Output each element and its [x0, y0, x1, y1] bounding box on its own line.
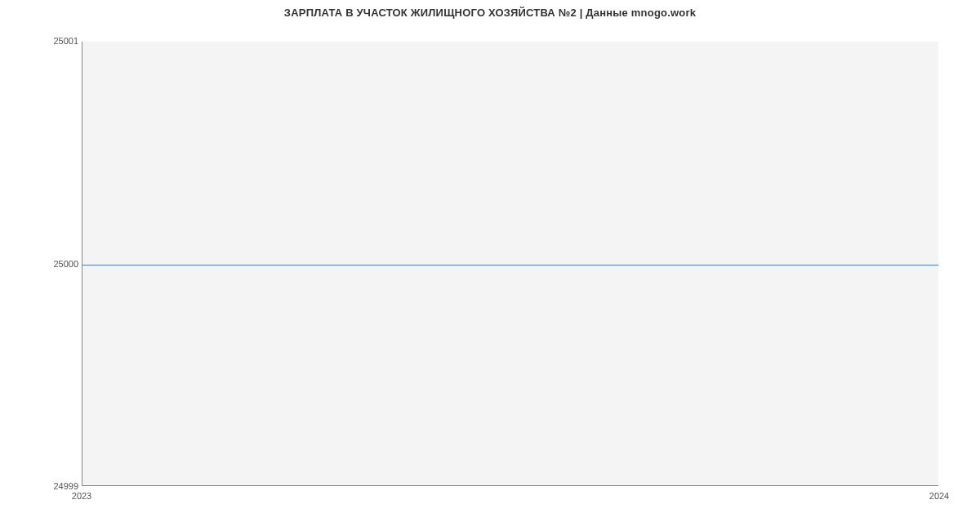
- chart-plot-area: [82, 41, 939, 486]
- x-tick-label: 2023: [72, 492, 91, 501]
- x-tick-label: 2024: [929, 492, 949, 501]
- y-tick-label: 25000: [5, 259, 78, 268]
- chart-title: ЗАРПЛАТА В УЧАСТОК ЖИЛИЩНОГО ХОЗЯЙСТВА №…: [0, 0, 980, 19]
- data-line-series-0: [82, 265, 938, 266]
- y-tick-label: 25001: [5, 37, 78, 46]
- y-tick-label: 24999: [5, 482, 78, 491]
